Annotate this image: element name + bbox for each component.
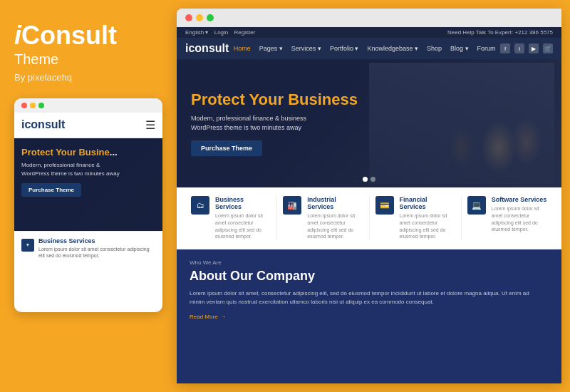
hero-dot-2[interactable]: [370, 177, 375, 182]
site-hero: Protect Your Business Modern, profession…: [177, 59, 561, 187]
software-services-icon: 💻: [467, 196, 486, 215]
software-services-desc: Lorem ipsum dolor sit amet consectetur a…: [492, 205, 547, 233]
brand-title: iConsult: [14, 21, 162, 50]
mobile-top-bar: [14, 98, 162, 113]
hero-purchase-button[interactable]: Purchase Theme: [191, 140, 262, 156]
site-top-strip: English ▾ Login Register Need Help Talk …: [177, 27, 561, 38]
mobile-hero-content: Protect Your Busine... Modern, professio…: [21, 147, 155, 197]
desktop-top-bar: [177, 9, 561, 27]
about-title: About Our Company: [190, 269, 549, 284]
desktop-dot-green: [207, 14, 214, 21]
site-top-strip-left: English ▾ Login Register: [185, 29, 259, 36]
software-services-text: Software Services Lorem ipsum dolor sit …: [492, 196, 547, 233]
site-about-section: Who We Are About Our Company Lorem ipsum…: [177, 249, 561, 383]
mobile-service-section: Business Services Lorem ipsum dolor sit …: [14, 231, 162, 264]
site-nav-icons: f t ▶ 🛒: [500, 43, 553, 53]
hero-background-image: [369, 63, 554, 184]
financial-services-desc: Lorem ipsum dolor sit amet consectetur a…: [400, 212, 455, 240]
top-strip-english[interactable]: English ▾: [185, 29, 208, 36]
facebook-icon[interactable]: f: [500, 43, 510, 53]
youtube-icon[interactable]: ▶: [529, 43, 539, 53]
mobile-service-item: Business Services Lorem ipsum dolor sit …: [21, 237, 155, 259]
financial-services-title: Financial Services: [400, 196, 455, 210]
about-desc: Lorem ipsum dolor sit amet, consectetur …: [190, 289, 532, 306]
business-services-text: Business Services Lorem ipsum dolor sit …: [215, 196, 271, 240]
mobile-dot-green: [38, 103, 44, 108]
software-services-title: Software Services: [492, 196, 547, 203]
business-services-desc: Lorem ipsum dolor sit amet consectetur a…: [215, 212, 271, 240]
service-item-business: 🗂 Business Services Lorem ipsum dolor si…: [185, 196, 277, 240]
business-services-title: Business Services: [215, 196, 271, 210]
nav-portfolio[interactable]: Portfolio ▾: [330, 45, 359, 52]
hero-carousel-dots: [363, 177, 375, 182]
brand-author: By pixelacehq: [14, 72, 162, 83]
mobile-service-icon: [21, 239, 34, 252]
nav-knowledgebase[interactable]: Knowledgebase ▾: [367, 45, 418, 52]
top-strip-login[interactable]: Login: [214, 29, 229, 36]
mobile-purchase-button[interactable]: Purchase Theme: [21, 183, 81, 197]
top-strip-register[interactable]: Register: [234, 29, 256, 36]
industrial-services-title: Industrial Services: [307, 196, 363, 210]
mobile-dot-yellow: [30, 103, 36, 108]
financial-services-text: Financial Services Lorem ipsum dolor sit…: [400, 196, 455, 240]
mobile-service-text: Business Services Lorem ipsum dolor sit …: [38, 237, 155, 259]
twitter-icon[interactable]: t: [514, 43, 524, 53]
mobile-dot-red: [21, 103, 27, 108]
nav-services[interactable]: Services ▾: [291, 45, 321, 52]
site-hero-desc: Modern, professional finance & businessW…: [191, 114, 358, 133]
brand-subtitle: Theme: [14, 51, 162, 68]
mobile-nav-logo: iconsult: [21, 118, 65, 131]
mobile-hero-desc: Modern, professional finance &WordPress …: [21, 161, 155, 177]
mobile-mockup: iconsult ☰ Protect Your Busine... Modern…: [14, 98, 162, 312]
nav-shop[interactable]: Shop: [427, 45, 442, 52]
cart-icon[interactable]: 🛒: [543, 43, 553, 53]
desktop-browser-content: English ▾ Login Register Need Help Talk …: [177, 27, 561, 383]
desktop-mockup: English ▾ Login Register Need Help Talk …: [177, 9, 561, 383]
left-panel: iConsult Theme By pixelacehq iconsult ☰ …: [0, 0, 177, 392]
industrial-services-text: Industrial Services Lorem ipsum dolor si…: [307, 196, 363, 240]
nav-pages[interactable]: Pages ▾: [259, 45, 283, 52]
nav-forum[interactable]: Forum: [477, 45, 496, 52]
site-hero-title: Protect Your Business: [191, 91, 358, 109]
service-item-software: 💻 Software Services Lorem ipsum dolor si…: [462, 196, 553, 240]
site-services-row: 🗂 Business Services Lorem ipsum dolor si…: [177, 187, 561, 249]
about-readmore[interactable]: Read More →: [190, 314, 549, 320]
nav-blog[interactable]: Blog ▾: [450, 45, 469, 52]
mobile-nav: iconsult ☰: [14, 113, 162, 138]
industrial-services-desc: Lorem ipsum dolor sit amet consectetur a…: [307, 212, 363, 240]
nav-home[interactable]: Home: [234, 45, 251, 52]
service-item-industrial: 🏭 Industrial Services Lorem ipsum dolor …: [277, 196, 369, 240]
desktop-dot-yellow: [196, 14, 203, 21]
mobile-hero-title: Protect Your Busine...: [21, 147, 155, 159]
site-nav-links: Home Pages ▾ Services ▾ Portfolio ▾ Know…: [234, 45, 496, 52]
financial-services-icon: 💳: [375, 196, 394, 215]
industrial-services-icon: 🏭: [283, 196, 301, 215]
hamburger-icon[interactable]: ☰: [145, 118, 155, 132]
site-main-nav: iconsult Home Pages ▾ Services ▾ Portfol…: [177, 38, 561, 59]
hero-dot-1[interactable]: [363, 177, 368, 182]
site-top-strip-right: Need Help Talk To Expert: +212 386 5575: [447, 29, 553, 36]
desktop-dot-red: [185, 14, 192, 21]
business-services-icon: 🗂: [191, 196, 209, 215]
site-hero-content: Protect Your Business Modern, profession…: [191, 91, 358, 155]
arrow-right-icon: →: [221, 314, 227, 320]
site-logo: iconsult: [185, 42, 229, 55]
mobile-hero: Protect Your Busine... Modern, professio…: [14, 138, 162, 231]
about-label: Who We Are: [190, 259, 549, 266]
service-item-financial: 💳 Financial Services Lorem ipsum dolor s…: [370, 196, 462, 240]
